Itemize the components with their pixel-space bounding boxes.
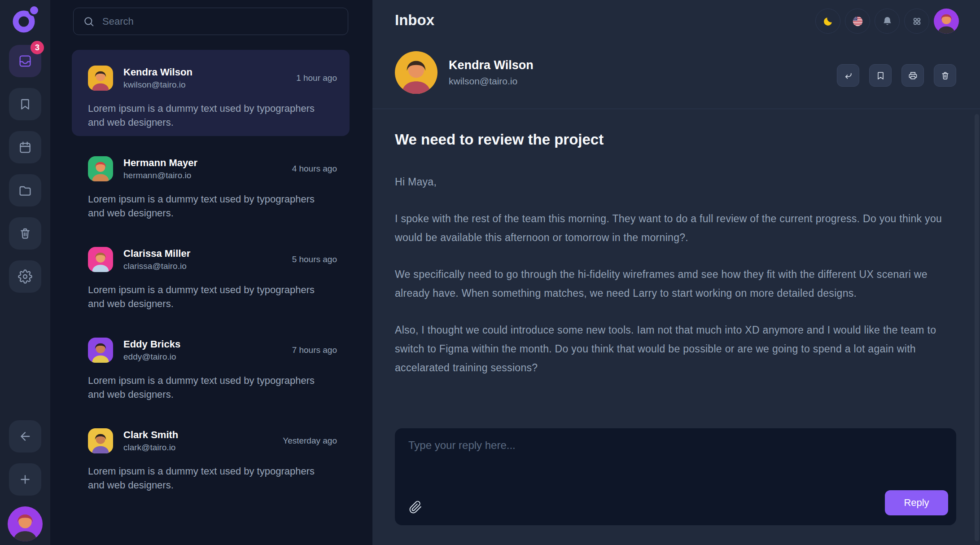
scrollbar[interactable] (975, 114, 979, 541)
sender-name: Clark Smith (123, 429, 178, 441)
search-icon (83, 15, 95, 28)
plus-icon (18, 472, 32, 487)
current-user-avatar[interactable] (8, 506, 43, 541)
email-paragraph: I spoke with the rest of the team this m… (395, 209, 956, 247)
theme-toggle-button[interactable] (815, 9, 840, 34)
mail-app: 3 (0, 0, 980, 545)
sender-avatar (88, 156, 113, 181)
compose-add-button[interactable] (9, 463, 41, 496)
page-title: Inbox (395, 12, 434, 29)
reply-send-button[interactable]: Reply (885, 490, 948, 515)
sidebar-item-settings[interactable] (9, 260, 41, 293)
bookmark-icon (875, 70, 886, 81)
sidebar-item-folders[interactable] (9, 174, 41, 207)
arrow-left-icon (18, 429, 32, 444)
sender-name: Clarissa Miller (123, 248, 190, 259)
email-body: We need to review the project Hi Maya, I… (395, 131, 956, 377)
sender-email: hermann@tairo.io (123, 171, 197, 180)
message-time: 4 hours ago (292, 164, 337, 174)
sidebar-bottom (8, 420, 43, 541)
sender-email: kwilson@tairo.io (123, 80, 192, 90)
trash-icon (18, 226, 32, 241)
header-divider (372, 109, 980, 109)
search-input[interactable] (102, 16, 339, 27)
inbox-icon (18, 54, 32, 68)
delete-action-button[interactable] (934, 64, 956, 87)
search-box (73, 8, 348, 35)
mail-list-item[interactable]: Clarissa Miller clarissa@tairo.io 5 hour… (72, 231, 350, 317)
tairo-logo-icon[interactable] (11, 5, 39, 34)
reply-input[interactable] (395, 428, 956, 525)
email-paragraph: Hi Maya, (395, 172, 956, 191)
message-preview: Lorem ipsum is a dummy text used by typo… (88, 192, 321, 220)
top-toolbar (815, 9, 959, 34)
attach-file-button[interactable] (406, 497, 425, 517)
notifications-button[interactable] (875, 9, 900, 34)
email-paragraph: Also, I thought we could introduce some … (395, 321, 956, 377)
thread-sender-name: Kendra Wilson (449, 58, 534, 72)
calendar-icon (18, 140, 32, 154)
icon-sidebar: 3 (0, 0, 50, 545)
message-preview: Lorem ipsum is a dummy text used by typo… (88, 374, 321, 401)
message-time: 1 hour ago (296, 73, 337, 83)
sidebar-item-inbox[interactable]: 3 (9, 45, 41, 77)
apps-button[interactable] (904, 9, 929, 34)
mail-list: Kendra Wilson kwilson@tairo.io 1 hour ag… (50, 50, 372, 499)
apps-grid-icon (911, 15, 923, 27)
collapse-back-button[interactable] (9, 420, 41, 453)
sidebar-item-calendar[interactable] (9, 131, 41, 163)
sender-email: clark@tairo.io (123, 443, 178, 453)
message-preview: Lorem ipsum is a dummy text used by typo… (88, 101, 321, 129)
message-preview: Lorem ipsum is a dummy text used by typo… (88, 283, 321, 311)
sidebar-item-bookmarks[interactable] (9, 88, 41, 120)
printer-icon (908, 70, 918, 81)
sender-name: Kendra Wilson (123, 66, 192, 78)
reply-composer: Reply (395, 428, 956, 525)
message-preview: Lorem ipsum is a dummy text used by typo… (88, 464, 321, 492)
email-subject: We need to review the project (395, 131, 956, 148)
reply-arrow-icon (843, 70, 853, 81)
inbox-unread-badge: 3 (31, 41, 44, 54)
paperclip-icon (409, 501, 422, 514)
sender-avatar (88, 247, 113, 272)
current-user-avatar[interactable] (934, 9, 959, 34)
mail-list-item[interactable]: Hermann Mayer hermann@tairo.io 4 hours a… (72, 141, 350, 227)
sidebar-item-trash[interactable] (9, 217, 41, 250)
moon-icon (822, 15, 834, 27)
message-time: 7 hours ago (292, 345, 337, 355)
gear-icon (18, 269, 32, 284)
folder-icon (18, 183, 32, 198)
bell-icon (881, 15, 893, 27)
reply-action-button[interactable] (837, 64, 859, 87)
bookmark-action-button[interactable] (869, 64, 892, 87)
reading-pane: Inbox (372, 0, 980, 545)
message-list-pane: Kendra Wilson kwilson@tairo.io 1 hour ag… (50, 0, 372, 545)
message-time: Yesterday ago (283, 436, 337, 446)
message-time: 5 hours ago (292, 255, 337, 264)
mail-list-item[interactable]: Clark Smith clark@tairo.io Yesterday ago… (72, 413, 350, 499)
sender-email: clarissa@tairo.io (123, 261, 190, 271)
mail-list-item[interactable]: Eddy Bricks eddy@tairo.io 7 hours ago Lo… (72, 322, 350, 408)
trash-icon (940, 70, 950, 81)
language-button[interactable] (845, 9, 870, 34)
thread-header: Kendra Wilson kwilson@tairo.io (395, 51, 534, 94)
sender-name: Eddy Bricks (123, 338, 180, 350)
sender-name: Hermann Mayer (123, 157, 197, 169)
sender-avatar (88, 338, 113, 363)
sidebar-nav: 3 (9, 45, 41, 293)
thread-sender-email: kwilson@tairo.io (449, 76, 534, 87)
mail-list-item[interactable]: Kendra Wilson kwilson@tairo.io 1 hour ag… (72, 50, 350, 136)
thread-sender-avatar (395, 51, 438, 94)
bookmark-icon (18, 97, 32, 111)
email-paragraph: We specifically need to go through the h… (395, 265, 956, 303)
sender-avatar (88, 66, 113, 91)
print-action-button[interactable] (901, 64, 924, 87)
sender-avatar (88, 428, 113, 453)
us-flag-icon (852, 15, 864, 27)
thread-actions (837, 64, 956, 87)
sender-email: eddy@tairo.io (123, 352, 180, 362)
